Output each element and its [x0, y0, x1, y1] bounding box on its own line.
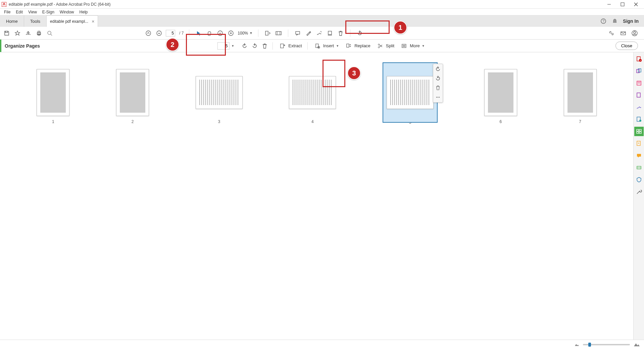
svg-point-28 [634, 32, 636, 34]
window-title: editable pdf example.pdf - Adobe Acrobat… [9, 2, 602, 7]
zoom-in-icon[interactable] [227, 29, 235, 37]
svg-point-35 [378, 44, 380, 45]
callout-circle-2: 2 [166, 38, 179, 51]
comment-icon[interactable] [294, 29, 302, 37]
svg-point-12 [146, 31, 151, 36]
svg-line-11 [51, 34, 52, 36]
svg-rect-30 [316, 44, 318, 48]
more-label: More [410, 43, 420, 48]
main-toolbar: / 7 100%▼ [0, 27, 644, 40]
more-icon [400, 42, 408, 50]
menu-help[interactable]: Help [77, 9, 91, 15]
rotate-ccw-icon[interactable] [240, 42, 249, 50]
hand-icon[interactable] [205, 29, 213, 37]
highlight-icon[interactable] [304, 29, 312, 37]
svg-rect-19 [265, 31, 268, 35]
chevron-down-icon[interactable]: ▼ [231, 44, 234, 48]
profile-icon[interactable] [631, 29, 639, 37]
bell-icon[interactable] [611, 18, 618, 24]
svg-rect-24 [328, 31, 332, 35]
tab-home[interactable]: Home [0, 15, 24, 27]
save-icon[interactable] [3, 29, 11, 37]
menu-view[interactable]: View [26, 9, 40, 15]
replace-icon [344, 42, 353, 50]
zoom-level-value: 100% [238, 31, 248, 36]
svg-point-36 [378, 47, 380, 48]
sign-in-button[interactable]: Sign In [623, 18, 639, 24]
replace-label: Replace [354, 43, 370, 48]
link-icon[interactable] [608, 29, 616, 37]
svg-rect-20 [276, 32, 281, 35]
stamp-icon[interactable] [326, 29, 334, 37]
insert-label: Insert [323, 43, 334, 48]
menu-file[interactable]: File [1, 9, 13, 15]
page-up-icon[interactable] [144, 29, 152, 37]
organize-page-input[interactable] [217, 42, 229, 50]
document-tab[interactable]: editable pdf exampl... × [47, 15, 98, 27]
insert-icon [313, 42, 322, 50]
zoom-level[interactable]: 100%▼ [238, 31, 253, 36]
pointer-icon[interactable] [195, 29, 203, 37]
svg-rect-29 [281, 44, 284, 48]
maximize-button[interactable] [616, 0, 629, 9]
insert-button[interactable]: Insert ▼ [311, 42, 341, 50]
fit-width-icon[interactable] [264, 29, 272, 37]
email-icon[interactable] [619, 29, 627, 37]
zoom-out-icon[interactable] [216, 29, 224, 37]
tab-close-icon[interactable]: × [92, 19, 94, 24]
extract-label: Extract [288, 43, 302, 48]
svg-rect-34 [347, 44, 349, 47]
tab-tools[interactable]: Tools [24, 15, 47, 27]
menu-edit[interactable]: Edit [13, 9, 26, 15]
organize-pages-title: Organize Pages [5, 43, 40, 49]
chevron-down-icon: ▼ [249, 31, 253, 35]
more-button[interactable]: More ▼ [398, 42, 427, 50]
document-tab-label: editable pdf exampl... [50, 19, 88, 24]
chevron-down-icon: ▼ [422, 44, 425, 48]
menu-window[interactable]: Window [57, 9, 77, 15]
help-icon[interactable]: ? [600, 18, 607, 24]
menu-esign[interactable]: E-Sign [40, 9, 57, 15]
tabstrip: Home Tools editable pdf exampl... × ? Si… [0, 15, 644, 27]
split-button[interactable]: Split [374, 42, 396, 50]
search-icon[interactable] [46, 29, 54, 37]
callout-circle-1: 1 [394, 21, 407, 34]
titlebar: editable pdf example.pdf - Adobe Acrobat… [0, 0, 644, 9]
share-icon[interactable] [24, 29, 32, 37]
replace-button[interactable]: Replace [342, 42, 373, 50]
page-number-input[interactable] [166, 30, 175, 37]
accent-strip [0, 40, 1, 52]
svg-rect-8 [38, 31, 40, 33]
split-label: Split [386, 43, 394, 48]
delete-icon[interactable] [337, 29, 345, 37]
sign-icon[interactable] [315, 29, 323, 37]
svg-rect-23 [296, 32, 300, 34]
extract-icon [278, 42, 287, 50]
svg-point-10 [48, 31, 51, 35]
star-icon[interactable] [13, 29, 21, 37]
svg-text:?: ? [602, 19, 604, 23]
fit-page-icon[interactable] [275, 29, 283, 37]
split-icon [376, 42, 385, 50]
extract-button[interactable]: Extract [276, 42, 304, 50]
acrobat-icon [1, 2, 7, 7]
rotate-icon[interactable] [356, 29, 364, 37]
trash-icon[interactable] [260, 42, 269, 50]
menubar: File Edit View E-Sign Window Help [0, 9, 644, 15]
rotate-cw-icon[interactable] [250, 42, 259, 50]
page-total-label: / 7 [179, 31, 184, 36]
close-window-button[interactable] [629, 0, 643, 9]
minimize-button[interactable] [602, 0, 616, 9]
chevron-down-icon: ▼ [336, 44, 339, 48]
page-down-icon[interactable] [155, 29, 163, 37]
close-organize-button[interactable]: Close [615, 42, 638, 50]
svg-rect-2 [621, 3, 624, 6]
print-icon[interactable] [35, 29, 43, 37]
organize-pages-toolbar: Organize Pages ▼ Extract Insert ▼ Replac… [0, 40, 644, 52]
svg-point-13 [157, 31, 161, 36]
